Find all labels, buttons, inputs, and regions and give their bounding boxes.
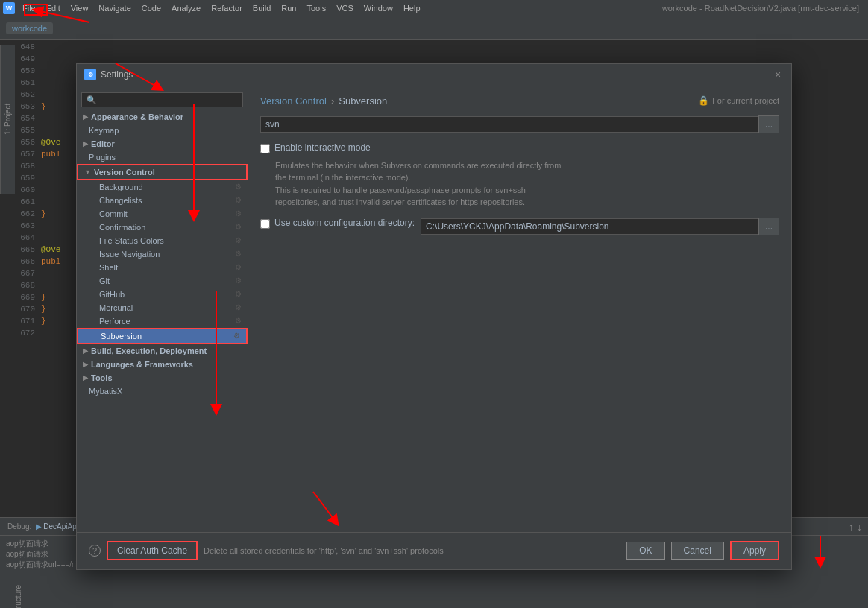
breadcrumb-parent[interactable]: Version Control	[260, 95, 327, 107]
tree-item-shelf[interactable]: Shelf ⚙	[77, 261, 248, 274]
menu-refactor[interactable]: Refactor	[207, 2, 247, 14]
menu-run[interactable]: Run	[277, 2, 301, 14]
menu-analyze[interactable]: Analyze	[167, 2, 205, 14]
tree-item-commit[interactable]: Commit ⚙	[77, 207, 248, 221]
svn-path-input[interactable]	[260, 116, 758, 133]
dialog-title: Settings	[101, 69, 772, 80]
tree-item-plugins[interactable]: Plugins	[77, 151, 248, 164]
tree-item-mybatisx[interactable]: MybatisX	[77, 384, 248, 398]
interactive-mode-description: Emulates the behavior when Subversion co…	[275, 159, 779, 209]
desc-line-1: Emulates the behavior when Subversion co…	[275, 159, 779, 172]
tree-item-editor[interactable]: ▶ Editor	[77, 137, 248, 151]
desc-line-2: the terminal (in the interactive mode).	[275, 171, 779, 184]
dialog-titlebar: ⚙ Settings ×	[77, 64, 791, 86]
tree-item-tools[interactable]: ▶ Tools	[77, 371, 248, 384]
custom-config-dir-input[interactable]	[421, 218, 758, 235]
desc-line-4: repositories, and trust invalid server c…	[275, 196, 779, 209]
tree-item-git[interactable]: Git ⚙	[77, 274, 248, 288]
bottom-bar: 2: Structure	[0, 592, 868, 608]
svn-path-browse-button[interactable]: ...	[758, 115, 779, 133]
menu-navigate[interactable]: Navigate	[94, 2, 135, 14]
menu-code[interactable]: Code	[137, 2, 166, 14]
desc-line-3: This is required to handle password/pass…	[275, 184, 779, 197]
for-project-label: 🔒 For current project	[698, 95, 779, 106]
menu-view[interactable]: View	[66, 2, 93, 14]
tree-item-changelists[interactable]: Changelists ⚙	[77, 194, 248, 207]
cancel-button[interactable]: Cancel	[671, 542, 724, 560]
menu-vcs[interactable]: VCS	[332, 2, 358, 14]
enable-interactive-mode-row: Enable interactive mode	[260, 142, 779, 153]
menu-window[interactable]: Window	[359, 2, 397, 14]
tree-item-appearance[interactable]: ▶ Appearance & Behavior	[77, 110, 248, 124]
tree-item-github[interactable]: GitHub ⚙	[77, 288, 248, 301]
tree-item-keymap[interactable]: Keymap	[77, 124, 248, 137]
tree-item-build[interactable]: ▶ Build, Execution, Deployment	[77, 344, 248, 358]
tree-item-subversion[interactable]: Subversion ⚙	[77, 328, 248, 344]
dialog-close-button[interactable]: ×	[772, 69, 784, 80]
dialog-body: ▶ Appearance & Behavior Keymap ▶ Editor …	[77, 86, 791, 532]
menu-bar: W File Edit View Navigate Code Analyze R…	[0, 0, 868, 16]
dialog-footer: ? Clear Auth Cache Delete all stored cre…	[77, 532, 791, 569]
menu-help[interactable]: Help	[399, 2, 425, 14]
ide-toolbar: workcode	[0, 16, 868, 40]
use-custom-config-label: Use custom configuration directory:	[274, 218, 415, 228]
use-custom-config-row: Use custom configuration directory: ...	[260, 218, 779, 235]
tree-item-issue-navigation[interactable]: Issue Navigation ⚙	[77, 247, 248, 261]
clear-auth-cache-button[interactable]: Clear Auth Cache	[107, 541, 198, 560]
window-title: workcode - RoadNetDecisionV2.java [rmt-d…	[662, 4, 865, 13]
app-icon: W	[3, 2, 15, 14]
svn-path-row: ...	[260, 115, 779, 133]
tree-item-background[interactable]: Background ⚙	[77, 180, 248, 194]
use-custom-config-checkbox[interactable]	[260, 219, 270, 229]
breadcrumb: Version Control › Subversion 🔒 For curre…	[260, 95, 779, 107]
tree-item-file-status-colors[interactable]: File Status Colors ⚙	[77, 234, 248, 247]
clear-auth-desc: Delete all stored credentials for 'http'…	[204, 546, 620, 555]
custom-config-browse-button[interactable]: ...	[758, 218, 779, 235]
help-icon[interactable]: ?	[89, 545, 101, 557]
tree-item-perforce[interactable]: Perforce ⚙	[77, 314, 248, 328]
settings-tree: ▶ Appearance & Behavior Keymap ▶ Editor …	[77, 86, 248, 532]
menu-tools[interactable]: Tools	[302, 2, 330, 14]
breadcrumb-current: Subversion	[339, 95, 387, 107]
settings-dialog-icon: ⚙	[84, 69, 96, 80]
menu-build[interactable]: Build	[248, 2, 275, 14]
ok-button[interactable]: OK	[626, 542, 664, 560]
settings-search-input[interactable]	[81, 92, 243, 107]
menu-file[interactable]: File	[18, 2, 40, 14]
menu-items: File Edit View Navigate Code Analyze Ref…	[18, 2, 425, 14]
settings-content: Version Control › Subversion 🔒 For curre…	[248, 86, 791, 532]
settings-dialog: ⚙ Settings × ▶ Appearance & Behavior Key…	[76, 63, 792, 570]
tree-item-languages[interactable]: ▶ Languages & Frameworks	[77, 358, 248, 371]
tree-item-mercurial[interactable]: Mercurial ⚙	[77, 301, 248, 314]
project-name: workcode	[6, 22, 53, 34]
enable-interactive-mode-checkbox[interactable]	[260, 144, 270, 153]
enable-interactive-mode-label: Enable interactive mode	[274, 142, 371, 153]
tree-item-version-control[interactable]: ▼ Version Control	[77, 164, 248, 180]
dialog-overlay: ⚙ Settings × ▶ Appearance & Behavior Key…	[0, 41, 868, 592]
apply-button[interactable]: Apply	[730, 541, 779, 560]
breadcrumb-separator: ›	[331, 95, 334, 107]
tree-item-confirmation[interactable]: Confirmation ⚙	[77, 221, 248, 234]
menu-edit[interactable]: Edit	[42, 2, 65, 14]
